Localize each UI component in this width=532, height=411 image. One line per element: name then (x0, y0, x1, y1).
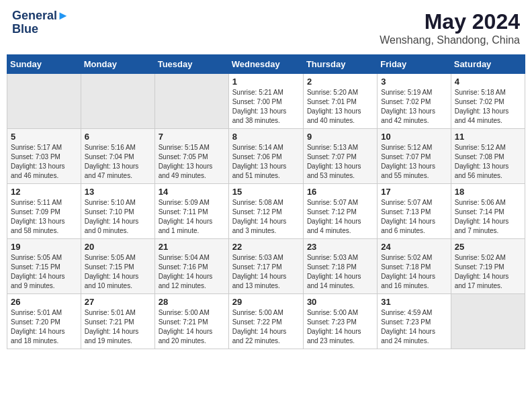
day-info: Sunrise: 5:20 AM Sunset: 7:01 PM Dayligh… (307, 88, 373, 126)
day-info: Sunrise: 4:59 AM Sunset: 7:23 PM Dayligh… (381, 308, 447, 346)
calendar-day-cell: 27Sunrise: 5:01 AM Sunset: 7:21 PM Dayli… (81, 294, 154, 349)
day-number: 11 (455, 132, 521, 142)
day-number: 5 (11, 132, 77, 142)
day-info: Sunrise: 5:12 AM Sunset: 7:08 PM Dayligh… (455, 143, 521, 181)
calendar-week-row: 19Sunrise: 5:05 AM Sunset: 7:15 PM Dayli… (7, 239, 525, 294)
calendar-day-cell (81, 74, 154, 129)
calendar-day-cell: 16Sunrise: 5:07 AM Sunset: 7:12 PM Dayli… (303, 184, 377, 239)
day-number: 15 (232, 187, 300, 197)
day-of-week-header: Sunday (7, 55, 81, 74)
day-info: Sunrise: 5:02 AM Sunset: 7:19 PM Dayligh… (455, 253, 521, 291)
calendar-day-cell (7, 74, 81, 129)
logo-text: General►Blue (12, 9, 69, 36)
day-number: 27 (85, 297, 151, 307)
day-of-week-header: Thursday (303, 55, 377, 74)
day-number: 25 (455, 242, 521, 252)
day-number: 4 (455, 77, 521, 87)
day-info: Sunrise: 5:06 AM Sunset: 7:14 PM Dayligh… (455, 198, 521, 236)
day-number: 3 (381, 77, 447, 87)
day-of-week-header: Monday (81, 55, 154, 74)
day-number: 12 (11, 187, 77, 197)
calendar-day-cell: 19Sunrise: 5:05 AM Sunset: 7:15 PM Dayli… (7, 239, 81, 294)
calendar-day-cell: 31Sunrise: 4:59 AM Sunset: 7:23 PM Dayli… (378, 294, 451, 349)
day-of-week-header: Friday (378, 55, 451, 74)
day-number: 30 (307, 297, 373, 307)
day-number: 8 (232, 132, 300, 142)
day-number: 17 (381, 187, 447, 197)
day-info: Sunrise: 5:00 AM Sunset: 7:23 PM Dayligh… (307, 308, 373, 346)
calendar-day-cell: 3Sunrise: 5:19 AM Sunset: 7:02 PM Daylig… (378, 74, 451, 129)
day-of-week-header: Tuesday (154, 55, 228, 74)
calendar-day-cell (451, 294, 525, 349)
title-block: May 2024 Wenshang, Shandong, China (380, 9, 520, 46)
calendar-day-cell: 11Sunrise: 5:12 AM Sunset: 7:08 PM Dayli… (451, 129, 525, 184)
calendar-day-cell: 10Sunrise: 5:12 AM Sunset: 7:07 PM Dayli… (378, 129, 451, 184)
calendar-day-cell: 15Sunrise: 5:08 AM Sunset: 7:12 PM Dayli… (228, 184, 303, 239)
day-number: 24 (381, 242, 447, 252)
calendar-table: SundayMondayTuesdayWednesdayThursdayFrid… (7, 54, 525, 349)
calendar-day-cell: 12Sunrise: 5:11 AM Sunset: 7:09 PM Dayli… (7, 184, 81, 239)
day-info: Sunrise: 5:10 AM Sunset: 7:10 PM Dayligh… (85, 198, 151, 236)
day-info: Sunrise: 5:00 AM Sunset: 7:21 PM Dayligh… (159, 308, 225, 346)
calendar-day-cell: 8Sunrise: 5:14 AM Sunset: 7:06 PM Daylig… (228, 129, 303, 184)
calendar-week-row: 26Sunrise: 5:01 AM Sunset: 7:20 PM Dayli… (7, 294, 525, 349)
calendar-week-row: 1Sunrise: 5:21 AM Sunset: 7:00 PM Daylig… (7, 74, 525, 129)
day-of-week-header: Wednesday (228, 55, 303, 74)
day-info: Sunrise: 5:04 AM Sunset: 7:16 PM Dayligh… (159, 253, 225, 291)
day-info: Sunrise: 5:11 AM Sunset: 7:09 PM Dayligh… (11, 198, 77, 236)
day-info: Sunrise: 5:05 AM Sunset: 7:15 PM Dayligh… (85, 253, 151, 291)
day-number: 21 (159, 242, 225, 252)
day-number: 10 (381, 132, 447, 142)
day-info: Sunrise: 5:02 AM Sunset: 7:18 PM Dayligh… (381, 253, 447, 291)
day-info: Sunrise: 5:17 AM Sunset: 7:03 PM Dayligh… (11, 143, 77, 181)
calendar-day-cell: 21Sunrise: 5:04 AM Sunset: 7:16 PM Dayli… (154, 239, 228, 294)
day-info: Sunrise: 5:13 AM Sunset: 7:07 PM Dayligh… (307, 143, 373, 181)
calendar-day-cell (154, 74, 228, 129)
day-info: Sunrise: 5:05 AM Sunset: 7:15 PM Dayligh… (11, 253, 77, 291)
calendar-day-cell: 7Sunrise: 5:15 AM Sunset: 7:05 PM Daylig… (154, 129, 228, 184)
calendar-week-row: 12Sunrise: 5:11 AM Sunset: 7:09 PM Dayli… (7, 184, 525, 239)
calendar-day-cell: 1Sunrise: 5:21 AM Sunset: 7:00 PM Daylig… (228, 74, 303, 129)
calendar-day-cell: 13Sunrise: 5:10 AM Sunset: 7:10 PM Dayli… (81, 184, 154, 239)
calendar-day-cell: 28Sunrise: 5:00 AM Sunset: 7:21 PM Dayli… (154, 294, 228, 349)
calendar-day-cell: 9Sunrise: 5:13 AM Sunset: 7:07 PM Daylig… (303, 129, 377, 184)
day-info: Sunrise: 5:01 AM Sunset: 7:20 PM Dayligh… (11, 308, 77, 346)
day-info: Sunrise: 5:14 AM Sunset: 7:06 PM Dayligh… (232, 143, 300, 181)
day-number: 20 (85, 242, 151, 252)
calendar-day-cell: 29Sunrise: 5:00 AM Sunset: 7:22 PM Dayli… (228, 294, 303, 349)
logo: General►Blue (12, 9, 69, 36)
calendar-day-cell: 14Sunrise: 5:09 AM Sunset: 7:11 PM Dayli… (154, 184, 228, 239)
day-info: Sunrise: 5:19 AM Sunset: 7:02 PM Dayligh… (381, 88, 447, 126)
calendar-day-cell: 2Sunrise: 5:20 AM Sunset: 7:01 PM Daylig… (303, 74, 377, 129)
day-number: 9 (307, 132, 373, 142)
calendar-day-cell: 23Sunrise: 5:03 AM Sunset: 7:18 PM Dayli… (303, 239, 377, 294)
day-info: Sunrise: 5:18 AM Sunset: 7:02 PM Dayligh… (455, 88, 521, 126)
day-number: 31 (381, 297, 447, 307)
page-header: General►Blue May 2024 Wenshang, Shandong… (7, 7, 525, 49)
day-info: Sunrise: 5:08 AM Sunset: 7:12 PM Dayligh… (232, 198, 300, 236)
calendar-day-cell: 26Sunrise: 5:01 AM Sunset: 7:20 PM Dayli… (7, 294, 81, 349)
day-number: 2 (307, 77, 373, 87)
day-number: 7 (159, 132, 225, 142)
calendar-day-cell: 17Sunrise: 5:07 AM Sunset: 7:13 PM Dayli… (378, 184, 451, 239)
day-number: 22 (232, 242, 300, 252)
day-number: 14 (159, 187, 225, 197)
calendar-day-cell: 4Sunrise: 5:18 AM Sunset: 7:02 PM Daylig… (451, 74, 525, 129)
calendar-week-row: 5Sunrise: 5:17 AM Sunset: 7:03 PM Daylig… (7, 129, 525, 184)
day-info: Sunrise: 5:07 AM Sunset: 7:12 PM Dayligh… (307, 198, 373, 236)
day-info: Sunrise: 5:03 AM Sunset: 7:17 PM Dayligh… (232, 253, 300, 291)
calendar-title: May 2024 (380, 9, 520, 34)
calendar-day-cell: 6Sunrise: 5:16 AM Sunset: 7:04 PM Daylig… (81, 129, 154, 184)
calendar-header-row: SundayMondayTuesdayWednesdayThursdayFrid… (7, 55, 525, 74)
day-number: 29 (232, 297, 300, 307)
day-number: 13 (85, 187, 151, 197)
day-info: Sunrise: 5:03 AM Sunset: 7:18 PM Dayligh… (307, 253, 373, 291)
day-info: Sunrise: 5:15 AM Sunset: 7:05 PM Dayligh… (159, 143, 225, 181)
calendar-day-cell: 18Sunrise: 5:06 AM Sunset: 7:14 PM Dayli… (451, 184, 525, 239)
day-info: Sunrise: 5:16 AM Sunset: 7:04 PM Dayligh… (85, 143, 151, 181)
day-number: 18 (455, 187, 521, 197)
calendar-subtitle: Wenshang, Shandong, China (380, 34, 520, 46)
calendar-day-cell: 30Sunrise: 5:00 AM Sunset: 7:23 PM Dayli… (303, 294, 377, 349)
calendar-day-cell: 5Sunrise: 5:17 AM Sunset: 7:03 PM Daylig… (7, 129, 81, 184)
calendar-day-cell: 22Sunrise: 5:03 AM Sunset: 7:17 PM Dayli… (228, 239, 303, 294)
